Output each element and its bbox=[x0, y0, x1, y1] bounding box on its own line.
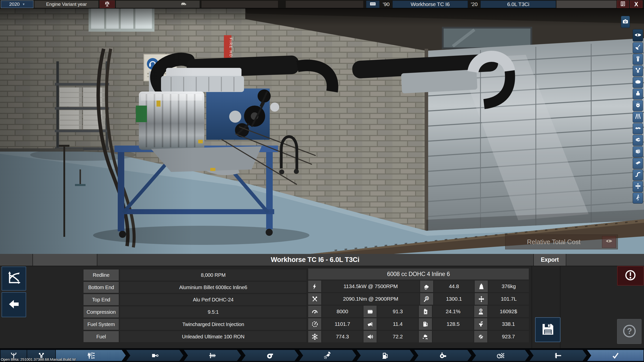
tool-exhaust-header[interactable] bbox=[633, 112, 643, 123]
material-cost-icon bbox=[474, 318, 487, 330]
engine-family-button[interactable] bbox=[366, 1, 380, 8]
rpm-gauge-icon bbox=[308, 306, 321, 317]
tab-dyno[interactable] bbox=[530, 350, 587, 361]
tool-move[interactable] bbox=[633, 181, 643, 192]
tab-aspiration[interactable] bbox=[242, 350, 299, 361]
tool-cylinder-head[interactable] bbox=[633, 135, 643, 146]
variant-name-field[interactable]: 6.0L T3Ci bbox=[480, 1, 556, 8]
spec-row-compression: Compression9.5:1 bbox=[84, 306, 306, 318]
tool-air-filter[interactable] bbox=[633, 77, 643, 88]
spec-row-fuel: FuelUnleaded Ultimate 100 RON bbox=[84, 331, 306, 342]
scale-icon bbox=[104, 1, 110, 8]
empty-slot-1 bbox=[201, 1, 278, 8]
engine-scene-viewport[interactable]: FIRE HOSE bbox=[0, 9, 644, 254]
tool-walk-mode[interactable] bbox=[633, 193, 643, 204]
spec-row-fuel-system: Fuel SystemTwincharged Direct Injection bbox=[84, 319, 306, 330]
valve-icon bbox=[635, 44, 641, 52]
stats-row-1: 1134.5kW @ 7500RPM 44.8 376kg bbox=[308, 281, 529, 292]
help-button[interactable]: ? bbox=[617, 319, 641, 344]
empty-slot-2 bbox=[286, 1, 364, 8]
tool-distributor[interactable] bbox=[633, 100, 643, 111]
year-dropdown[interactable]: 2020 ▼ bbox=[1, 1, 33, 8]
fuel-pump-icon: 91 bbox=[419, 318, 432, 330]
variant-year-label: '20 bbox=[468, 1, 480, 8]
service-cost-icon: $ bbox=[420, 293, 433, 305]
visibility-button[interactable] bbox=[633, 29, 643, 41]
tab-bottom-end[interactable] bbox=[126, 350, 183, 361]
crank-assembly-icon bbox=[635, 67, 641, 75]
family-year-label: '90 bbox=[380, 1, 392, 8]
tool-engine-block[interactable] bbox=[633, 146, 643, 157]
svg-text:$: $ bbox=[426, 297, 428, 300]
engine-config-summary: 6008 cc DOHC 4 Inline 6 bbox=[308, 268, 529, 280]
warnings-button[interactable] bbox=[617, 266, 644, 286]
tab-fuel[interactable] bbox=[357, 350, 414, 361]
relative-total-cost-overlay: Relative Total Cost bbox=[505, 235, 618, 249]
walk-mode-icon bbox=[635, 194, 641, 202]
camera-icon bbox=[622, 18, 628, 25]
automation-engine-designer: FIRE HOSE bbox=[0, 0, 644, 362]
stats-row-3: 8000 91.3 24.1% $ 16092$ bbox=[308, 306, 529, 317]
smoothness-icon bbox=[364, 318, 377, 330]
fuel-can-icon bbox=[419, 306, 432, 317]
chevron-down-icon: ▼ bbox=[22, 3, 25, 6]
tool-valve-cover[interactable] bbox=[633, 158, 643, 169]
stats-row-2: 2090.1Nm @ 2900RPM $ 1300.1 101.7L bbox=[308, 293, 529, 305]
graphs-button[interactable] bbox=[2, 266, 26, 291]
export-button[interactable]: Export bbox=[533, 254, 566, 266]
weight-icon bbox=[475, 281, 488, 292]
eye-icon bbox=[602, 237, 616, 247]
page-title: Workhorse TC I6 - 6.0L T3Ci bbox=[97, 254, 533, 266]
knock-icon bbox=[364, 306, 377, 317]
torque-icon bbox=[308, 293, 321, 305]
screenshot-button[interactable] bbox=[621, 16, 630, 28]
back-button[interactable] bbox=[2, 292, 26, 317]
air-filter-icon bbox=[635, 79, 641, 86]
tool-piston[interactable] bbox=[633, 54, 643, 65]
responsiveness-icon bbox=[308, 318, 321, 330]
engine-size-icon bbox=[475, 293, 488, 305]
save-button[interactable] bbox=[535, 317, 560, 342]
valve-cover-icon bbox=[635, 160, 641, 167]
close-button[interactable]: X bbox=[630, 1, 642, 8]
build-version-text: Open Beta: 251001.37388.68.Manual.Build.… bbox=[1, 357, 76, 361]
warning-icon bbox=[624, 269, 636, 282]
tab-testing[interactable] bbox=[472, 350, 529, 361]
panel-title-bar: Workhorse TC I6 - 6.0L T3Ci Export bbox=[0, 254, 644, 266]
camshaft-icon bbox=[635, 125, 641, 132]
year-value: 2020 bbox=[9, 2, 19, 7]
summary-button[interactable] bbox=[617, 1, 629, 8]
tool-crank-assembly[interactable] bbox=[633, 65, 643, 76]
cooling-icon bbox=[308, 331, 321, 342]
question-icon: ? bbox=[622, 323, 637, 340]
relative-total-cost-toggle[interactable] bbox=[602, 236, 616, 248]
bottom-toolbar bbox=[0, 348, 644, 362]
move-tool-icon bbox=[635, 183, 641, 190]
tab-top-end[interactable] bbox=[184, 350, 241, 361]
car-button[interactable] bbox=[176, 1, 191, 7]
tool-exhaust-pipe[interactable] bbox=[633, 169, 643, 180]
tool-camshaft[interactable] bbox=[633, 123, 643, 134]
emissions-icon bbox=[420, 281, 433, 292]
tool-valve[interactable] bbox=[633, 42, 643, 53]
tab-confirm[interactable] bbox=[587, 350, 643, 361]
tab-exhaust[interactable] bbox=[414, 350, 471, 361]
svg-text:91: 91 bbox=[424, 322, 425, 324]
family-name-field[interactable]: Workhorse TC I6 bbox=[392, 1, 468, 8]
stats-row-5: 774.3 72.2 923.7 bbox=[308, 331, 529, 342]
relative-total-cost-label: Relative Total Cost bbox=[505, 238, 602, 246]
compare-button[interactable] bbox=[100, 1, 115, 8]
intake-icon bbox=[635, 90, 641, 98]
exhaust-header-icon bbox=[635, 113, 641, 121]
exhaust-pipe-icon bbox=[635, 171, 641, 179]
car-panel bbox=[116, 1, 200, 8]
eye-icon bbox=[634, 31, 641, 39]
engine-stats-table: 6008 cc DOHC 4 Inline 6 1134.5kW @ 7500R… bbox=[308, 268, 529, 343]
tool-intake[interactable] bbox=[633, 88, 643, 100]
spec-row-bottom-end: Bottom EndAluminium Billet 6008cc Inline… bbox=[84, 282, 306, 293]
close-icon: X bbox=[634, 1, 638, 8]
graph-icon bbox=[7, 271, 21, 286]
svg-text:?: ? bbox=[627, 326, 632, 335]
svg-text:$: $ bbox=[480, 309, 481, 311]
tab-fuel-system[interactable] bbox=[299, 350, 356, 361]
